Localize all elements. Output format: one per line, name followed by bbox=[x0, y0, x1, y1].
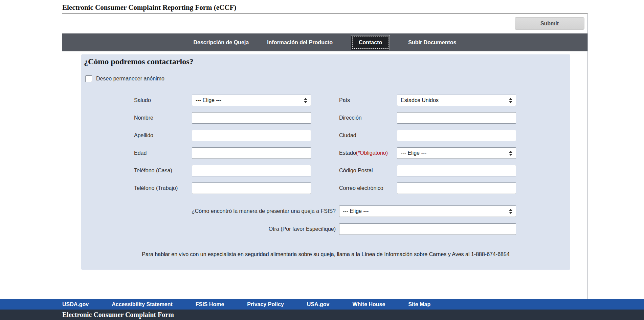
estado-label: Estado(*Obligatorio) bbox=[339, 150, 397, 156]
apellido-input[interactable] bbox=[192, 130, 311, 141]
footer-link-white-house[interactable]: White House bbox=[353, 301, 385, 307]
content-area: Submit Descripción de Queja Información … bbox=[62, 14, 588, 299]
footer-link-accessibility-statement[interactable]: Accessibility Statement bbox=[112, 301, 173, 307]
select-value: --- Elige --- bbox=[196, 97, 304, 103]
edad-label: Edad bbox=[134, 150, 192, 156]
form-row: Nombre Dirección bbox=[81, 112, 570, 124]
footer-link-usa-gov[interactable]: USA.gov bbox=[307, 301, 330, 307]
anonymous-row: Deseo permanecer anónimo bbox=[85, 75, 570, 82]
footer-link-usda-gov[interactable]: USDA.gov bbox=[62, 301, 89, 307]
otra-input[interactable] bbox=[339, 223, 516, 235]
submit-button[interactable]: Submit bbox=[515, 17, 584, 30]
form-rows: Saludo --- Elige --- País Estados Unidos… bbox=[81, 95, 570, 194]
select-arrows-icon bbox=[304, 98, 307, 103]
title-bar: Electronic Consumer Complaint Reporting … bbox=[62, 0, 588, 14]
tab-contacto[interactable]: Contacto bbox=[351, 35, 390, 50]
tab-subir-documentos[interactable]: Subir Documentos bbox=[408, 35, 456, 50]
page-title: Electronic Consumer Complaint Reporting … bbox=[62, 3, 588, 12]
correo-electronico-label: Correo electrónico bbox=[339, 185, 397, 191]
tab-descripcion-de-queja[interactable]: Descripción de Queja bbox=[194, 35, 249, 50]
telefono-trabajo-input[interactable] bbox=[192, 182, 311, 194]
direccion-input[interactable] bbox=[397, 112, 516, 124]
select-arrows-icon bbox=[509, 209, 512, 214]
select-value: --- Elige --- bbox=[343, 208, 509, 214]
telefono-casa-input[interactable] bbox=[192, 165, 311, 176]
tab-informacion-del-producto[interactable]: Información del Producto bbox=[267, 35, 333, 50]
form-row: Saludo --- Elige --- País Estados Unidos bbox=[81, 95, 570, 106]
pais-select[interactable]: Estados Unidos bbox=[397, 95, 516, 106]
ciudad-input[interactable] bbox=[397, 130, 516, 141]
ciudad-label: Ciudad bbox=[339, 132, 397, 139]
correo-electronico-input[interactable] bbox=[397, 182, 516, 194]
footer-link-fsis-home[interactable]: FSIS Home bbox=[196, 301, 224, 307]
codigo-postal-input[interactable] bbox=[397, 165, 516, 176]
main-column: Electronic Consumer Complaint Reporting … bbox=[62, 0, 588, 299]
form-step-tabs: Descripción de Queja Información del Pro… bbox=[62, 33, 587, 51]
estado-select[interactable]: --- Elige --- bbox=[397, 147, 516, 159]
form-row: Teléfono (Trabajo) Correo electrónico bbox=[81, 182, 570, 194]
footer-link-privacy-policy[interactable]: Privacy Policy bbox=[247, 301, 284, 307]
footer-bottom-bar: Electronic Consumer Complaint Form bbox=[0, 310, 644, 320]
form-row: Apellido Ciudad bbox=[81, 130, 570, 141]
fsis-source-select[interactable]: --- Elige --- bbox=[339, 205, 516, 217]
apellido-label: Apellido bbox=[134, 132, 192, 139]
footer-link-bar: USDA.gov Accessibility Statement FSIS Ho… bbox=[0, 299, 644, 310]
select-arrows-icon bbox=[509, 98, 512, 103]
otra-label: Otra (Por favor Especifique) bbox=[81, 226, 339, 232]
select-value: --- Elige --- bbox=[401, 150, 509, 156]
saludo-label: Saludo bbox=[134, 97, 192, 103]
select-arrows-icon bbox=[509, 151, 512, 156]
form-row: Teléfono (Casa) Código Postal bbox=[81, 165, 570, 176]
direccion-label: Dirección bbox=[339, 115, 397, 121]
anonymous-checkbox[interactable] bbox=[85, 75, 92, 82]
otra-row: Otra (Por favor Especifique) bbox=[81, 223, 570, 235]
nombre-label: Nombre bbox=[134, 115, 192, 121]
form-heading: ¿Cómo podremos contactarlos? bbox=[84, 57, 570, 66]
estado-required-note: (*Obligatorio) bbox=[356, 150, 388, 156]
footer-bottom-title: Electronic Consumer Complaint Form bbox=[62, 311, 174, 319]
estado-label-text: Estado bbox=[339, 150, 356, 156]
select-value: Estados Unidos bbox=[401, 97, 509, 103]
saludo-select[interactable]: --- Elige --- bbox=[192, 95, 311, 106]
edad-input[interactable] bbox=[192, 147, 311, 159]
hotline-note: Para hablar en vivo con un especialista … bbox=[81, 251, 570, 257]
pais-label: País bbox=[339, 97, 397, 103]
anonymous-label: Deseo permanecer anónimo bbox=[96, 76, 164, 82]
codigo-postal-label: Código Postal bbox=[339, 168, 397, 174]
fsis-source-label: ¿Cómo encontró la manera de presentar un… bbox=[81, 208, 339, 214]
nombre-input[interactable] bbox=[192, 112, 311, 124]
fsis-source-row: ¿Cómo encontró la manera de presentar un… bbox=[81, 205, 570, 217]
telefono-casa-label: Teléfono (Casa) bbox=[134, 168, 192, 174]
form-row: Edad Estado(*Obligatorio) --- Elige --- bbox=[81, 147, 570, 159]
contact-form-panel: ¿Cómo podremos contactarlos? Deseo perma… bbox=[81, 54, 570, 270]
telefono-trabajo-label: Teléfono (Trabajo) bbox=[134, 185, 192, 191]
footer-link-site-map[interactable]: Site Map bbox=[408, 301, 430, 307]
submit-row: Submit bbox=[62, 14, 587, 33]
